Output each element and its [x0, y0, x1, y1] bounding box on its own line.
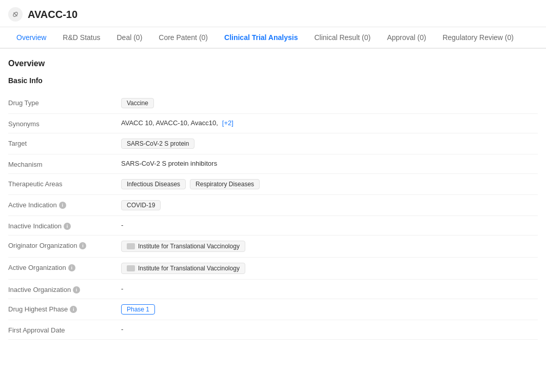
inactive-indication-text: -: [121, 221, 123, 229]
org-icon-originator: [127, 243, 135, 249]
field-inactive-indication: Inactive Indication i -: [8, 216, 538, 236]
field-target: Target SARS-CoV-2 S protein: [8, 133, 538, 154]
tag-infectious-diseases: Infectious Diseases: [121, 179, 186, 189]
value-active-org: Institute for Translational Vaccinology: [121, 263, 538, 274]
nav-tabs: Overview R&D Status Deal (0) Core Patent…: [0, 27, 546, 49]
value-synonyms: AVACC 10, AVACC-10, Avacc10, [+2]: [121, 119, 538, 127]
field-active-org: Active Organization i Institute for Tran…: [8, 258, 538, 280]
org-icon-active: [127, 265, 135, 271]
svg-line-1: [14, 13, 17, 16]
page-title: Overview: [8, 59, 538, 68]
field-active-indication: Active Indication i COVID-19: [8, 195, 538, 216]
value-inactive-org: -: [121, 285, 538, 292]
value-drug-highest-phase: Phase 1: [121, 304, 538, 315]
info-icon-originator-org[interactable]: i: [79, 242, 86, 249]
label-inactive-org: Inactive Organization i: [8, 285, 121, 293]
inactive-org-text: -: [121, 285, 123, 292]
field-drug-type: Drug Type Vaccine: [8, 93, 538, 114]
org-tag-active: Institute for Translational Vaccinology: [121, 263, 245, 274]
synonyms-more-link[interactable]: [+2]: [222, 119, 233, 127]
active-org-name: Institute for Translational Vaccinology: [138, 265, 240, 272]
label-target: Target: [8, 139, 121, 147]
tag-respiratory-diseases: Respiratory Diseases: [190, 179, 260, 189]
tab-approval[interactable]: Approval (0): [379, 27, 434, 49]
info-icon-active-org[interactable]: i: [68, 264, 75, 271]
value-active-indication: COVID-19: [121, 200, 538, 210]
tag-phase1: Phase 1: [121, 304, 155, 315]
info-icon-active-indication[interactable]: i: [59, 202, 66, 209]
tab-regulatory-review[interactable]: Regulatory Review (0): [434, 27, 522, 49]
field-synonyms: Synonyms AVACC 10, AVACC-10, Avacc10, [+…: [8, 114, 538, 133]
tab-overview[interactable]: Overview: [8, 27, 54, 49]
originator-org-name: Institute for Translational Vaccinology: [138, 243, 240, 250]
synonyms-text: AVACC 10, AVACC-10, Avacc10,: [121, 119, 218, 127]
label-first-approval-date: First Approval Date: [8, 325, 121, 334]
value-first-approval-date: -: [121, 325, 538, 333]
field-drug-highest-phase: Drug Highest Phase i Phase 1: [8, 299, 538, 320]
basic-info-label: Basic Info: [8, 76, 538, 85]
field-mechanism: Mechanism SARS-CoV-2 S protein inhibitor…: [8, 154, 538, 174]
tag-vaccine: Vaccine: [121, 98, 154, 108]
value-therapeutic-areas: Infectious Diseases Respiratory Diseases: [121, 179, 538, 189]
label-active-indication: Active Indication i: [8, 200, 121, 209]
value-originator-org: Institute for Translational Vaccinology: [121, 241, 538, 252]
tab-rd-status[interactable]: R&D Status: [54, 27, 108, 49]
label-inactive-indication: Inactive Indication i: [8, 221, 121, 230]
tab-clinical-result[interactable]: Clinical Result (0): [306, 27, 379, 49]
tag-target: SARS-CoV-2 S protein: [121, 139, 194, 149]
value-drug-type: Vaccine: [121, 98, 538, 108]
value-mechanism: SARS-CoV-2 S protein inhibitors: [121, 160, 538, 167]
label-active-org: Active Organization i: [8, 263, 121, 271]
tag-covid19: COVID-19: [121, 200, 161, 210]
label-therapeutic-areas: Therapeutic Areas: [8, 179, 121, 188]
value-target: SARS-CoV-2 S protein: [121, 139, 538, 149]
tab-core-patent[interactable]: Core Patent (0): [150, 27, 216, 49]
drug-title: AVACC-10: [28, 9, 77, 21]
label-synonyms: Synonyms: [8, 119, 121, 128]
field-originator-org: Originator Organization i Institute for …: [8, 236, 538, 258]
info-icon-inactive-indication[interactable]: i: [64, 223, 71, 230]
label-drug-type: Drug Type: [8, 98, 121, 107]
field-therapeutic-areas: Therapeutic Areas Infectious Diseases Re…: [8, 174, 538, 195]
value-inactive-indication: -: [121, 221, 538, 229]
field-inactive-org: Inactive Organization i -: [8, 280, 538, 299]
content-area: Overview Basic Info Drug Type Vaccine Sy…: [0, 49, 546, 350]
mechanism-text: SARS-CoV-2 S protein inhibitors: [121, 160, 217, 167]
info-icon-drug-highest-phase[interactable]: i: [70, 306, 77, 313]
label-originator-org: Originator Organization i: [8, 241, 121, 249]
drug-icon: [8, 7, 23, 22]
org-tag-originator: Institute for Translational Vaccinology: [121, 241, 245, 252]
first-approval-date-text: -: [121, 325, 123, 333]
tab-deal[interactable]: Deal (0): [109, 27, 151, 49]
info-icon-inactive-org[interactable]: i: [73, 286, 80, 293]
label-mechanism: Mechanism: [8, 160, 121, 168]
app-header: AVACC-10: [0, 0, 546, 27]
field-first-approval-date: First Approval Date -: [8, 320, 538, 340]
tab-clinical-trial[interactable]: Clinical Trial Analysis: [216, 27, 306, 49]
label-drug-highest-phase: Drug Highest Phase i: [8, 304, 121, 313]
